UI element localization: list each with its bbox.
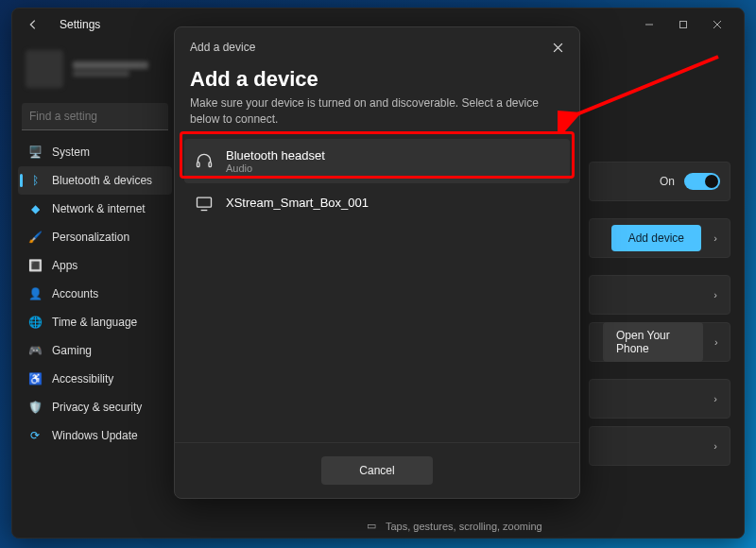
- device-item-headset[interactable]: Bluetooth headset Audio: [184, 139, 570, 183]
- bluetooth-icon: ᛒ: [27, 173, 43, 188]
- sidebar-item-label: Windows Update: [52, 429, 138, 442]
- device-sub: Audio: [226, 163, 325, 174]
- add-device-row[interactable]: Add device ›: [589, 218, 730, 258]
- system-icon: 🖥️: [27, 145, 43, 160]
- maximize-button[interactable]: [666, 11, 700, 38]
- sidebar-item-label: Accessibility: [52, 372, 113, 385]
- search-input[interactable]: [22, 103, 168, 130]
- user-block[interactable]: [12, 46, 178, 99]
- sidebar-item-label: Personalization: [52, 231, 129, 244]
- search-box[interactable]: [22, 103, 168, 130]
- touchpad-sub: Taps, gestures, scrolling, zooming: [386, 521, 542, 532]
- window-title: Settings: [60, 18, 100, 31]
- sidebar-item-label: Network & internet: [52, 202, 146, 215]
- sidebar-item-personalization[interactable]: 🖌️Personalization: [12, 223, 178, 251]
- sidebar-item-gaming[interactable]: 🎮Gaming: [12, 336, 178, 365]
- sidebar-item-network[interactable]: ◆Network & internet: [12, 195, 178, 223]
- close-button[interactable]: [700, 11, 734, 38]
- sidebar-item-bluetooth[interactable]: ᛒBluetooth & devices: [18, 166, 172, 195]
- sidebar-item-accounts[interactable]: 👤Accounts: [12, 280, 178, 308]
- chevron-right-icon: ›: [711, 440, 720, 452]
- add-device-modal: Add a device Add a device Make sure your…: [174, 26, 580, 499]
- wifi-icon: ◆: [27, 201, 43, 216]
- svg-rect-3: [198, 197, 212, 207]
- time-icon: 🌐: [27, 315, 43, 330]
- user-info: [73, 61, 148, 77]
- row-generic-2[interactable]: ›: [589, 379, 730, 419]
- display-icon: [194, 193, 215, 214]
- chevron-right-icon: ›: [711, 289, 720, 300]
- headset-icon: [194, 150, 215, 171]
- sidebar-item-time[interactable]: 🌐Time & language: [12, 308, 178, 336]
- brush-icon: 🖌️: [27, 230, 43, 245]
- sidebar-item-label: Time & language: [52, 316, 137, 329]
- privacy-icon: 🛡️: [27, 400, 43, 415]
- chevron-right-icon: ›: [713, 336, 720, 348]
- apps-icon: 🔳: [27, 258, 43, 273]
- sidebar-item-label: Privacy & security: [52, 401, 142, 414]
- sidebar-item-update[interactable]: ⟳Windows Update: [12, 421, 178, 450]
- sidebar-item-label: Apps: [52, 259, 77, 272]
- device-name: XStream_Smart_Box_001: [226, 196, 369, 210]
- bluetooth-toggle[interactable]: [684, 173, 720, 190]
- sidebar-item-system[interactable]: 🖥️System: [12, 138, 178, 166]
- add-device-button[interactable]: Add device: [611, 225, 701, 251]
- touchpad-icon: ▭: [367, 520, 376, 532]
- gaming-icon: 🎮: [27, 343, 43, 358]
- sidebar-item-privacy[interactable]: 🛡️Privacy & security: [12, 393, 178, 421]
- sidebar-item-accessibility[interactable]: ♿Accessibility: [12, 365, 178, 393]
- accounts-icon: 👤: [27, 286, 43, 301]
- device-item-xstream[interactable]: XStream_Smart_Box_001: [184, 183, 570, 223]
- svg-rect-2: [209, 163, 212, 167]
- sidebar: 🖥️System ᛒBluetooth & devices ◆Network &…: [12, 41, 178, 538]
- sidebar-item-label: Accounts: [52, 287, 98, 300]
- sidebar-item-label: Bluetooth & devices: [52, 174, 152, 187]
- phone-row[interactable]: Open Your Phone ›: [589, 322, 730, 362]
- open-phone-button[interactable]: Open Your Phone: [603, 322, 703, 362]
- bluetooth-toggle-row[interactable]: On: [589, 162, 730, 201]
- chevron-right-icon: ›: [711, 232, 720, 244]
- update-icon: ⟳: [27, 428, 43, 443]
- sidebar-item-apps[interactable]: 🔳Apps: [12, 251, 178, 280]
- svg-rect-1: [198, 163, 200, 167]
- device-name: Bluetooth headset: [226, 148, 325, 163]
- modal-close-button[interactable]: [547, 37, 568, 58]
- touchpad-row[interactable]: ▭ Taps, gestures, scrolling, zooming: [367, 520, 542, 532]
- minimize-button[interactable]: [632, 11, 666, 38]
- bluetooth-state-label: On: [660, 175, 675, 188]
- svg-rect-0: [680, 22, 687, 28]
- chevron-right-icon: ›: [711, 393, 720, 404]
- sidebar-item-label: System: [52, 146, 90, 159]
- modal-title: Add a device: [175, 61, 579, 95]
- accessibility-icon: ♿: [27, 371, 43, 386]
- modal-titlebar-label: Add a device: [190, 41, 255, 54]
- row-generic-1[interactable]: ›: [589, 275, 730, 315]
- back-button[interactable]: [22, 13, 44, 36]
- row-generic-3[interactable]: ›: [589, 426, 730, 466]
- cancel-button[interactable]: Cancel: [321, 456, 432, 485]
- sidebar-item-label: Gaming: [52, 344, 92, 357]
- avatar: [26, 50, 63, 88]
- modal-subtitle: Make sure your device is turned on and d…: [175, 95, 579, 139]
